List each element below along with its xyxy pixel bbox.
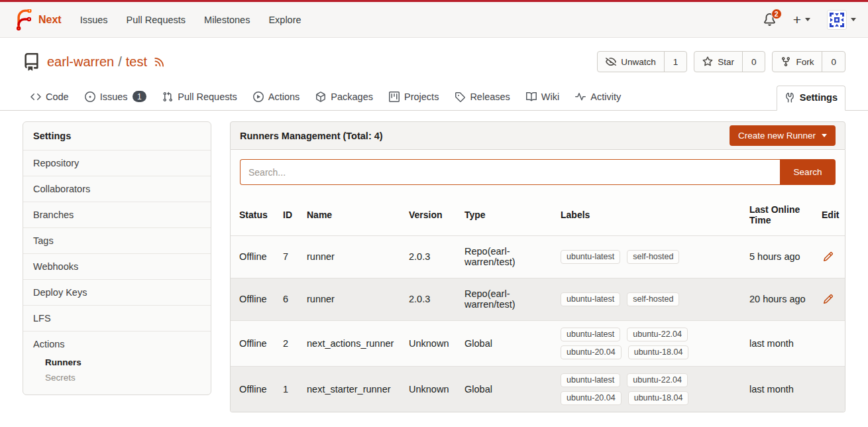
runner-label: ubuntu-18.04 xyxy=(628,345,689,359)
tab-projects[interactable]: Projects xyxy=(381,85,447,110)
tab-code[interactable]: Code xyxy=(23,85,77,110)
runner-id: 6 xyxy=(274,278,298,320)
rss-icon[interactable] xyxy=(154,56,166,68)
table-header-row: Status ID Name Version Type Labels Last … xyxy=(231,194,845,235)
fork-icon xyxy=(781,56,791,67)
star-button[interactable]: Star xyxy=(694,52,742,72)
notifications-button[interactable]: 2 xyxy=(763,13,776,26)
sidebar-item-actions[interactable]: Actions xyxy=(23,332,211,352)
edit-runner-button[interactable] xyxy=(822,292,835,306)
runner-name: next_starter_runner xyxy=(298,366,400,412)
runner-type: Repo(earl-warren/test) xyxy=(464,246,539,267)
nav-pull-requests[interactable]: Pull Requests xyxy=(117,8,195,32)
repo-owner-link[interactable]: earl-warren xyxy=(47,54,114,70)
star-label: Star xyxy=(718,57,734,67)
runner-name: runner xyxy=(298,278,400,320)
runner-last-online: last month xyxy=(741,320,813,366)
tab-label: Projects xyxy=(404,91,439,102)
fork-button-group: Fork 0 xyxy=(772,51,845,72)
edit-runner-button[interactable] xyxy=(822,250,835,263)
home-link[interactable]: Next xyxy=(12,9,62,30)
runner-version: Unknown xyxy=(400,320,456,366)
star-button-group: Star 0 xyxy=(694,51,765,72)
forks-count[interactable]: 0 xyxy=(822,52,845,72)
stars-count[interactable]: 0 xyxy=(742,52,765,72)
tag-icon xyxy=(455,91,465,102)
unwatch-button[interactable]: Unwatch xyxy=(598,52,664,72)
create-menu-button[interactable]: + xyxy=(793,13,810,27)
search-input[interactable] xyxy=(240,159,780,185)
sidebar-item-branches[interactable]: Branches xyxy=(23,202,211,228)
col-labels: Labels xyxy=(552,194,741,235)
runner-version: 2.0.3 xyxy=(400,235,456,278)
sidebar-subitem-secrets[interactable]: Secrets xyxy=(33,370,201,385)
sidebar-item-lfs[interactable]: LFS xyxy=(23,306,211,332)
tab-issues[interactable]: Issues 1 xyxy=(77,84,155,110)
sidebar-subitem-runners[interactable]: Runners xyxy=(33,355,201,370)
sidebar-item-tags[interactable]: Tags xyxy=(23,228,211,254)
tab-label: Pull Requests xyxy=(178,91,237,102)
table-row: Offline 7 runner 2.0.3 Repo(earl-warren/… xyxy=(231,235,845,278)
sidebar-item-webhooks[interactable]: Webhooks xyxy=(23,254,211,280)
runner-last-online: last month xyxy=(741,366,813,412)
tab-pull-requests[interactable]: Pull Requests xyxy=(154,85,244,110)
tab-releases[interactable]: Releases xyxy=(447,85,517,110)
tools-icon xyxy=(785,92,795,103)
user-menu-button[interactable] xyxy=(828,11,856,29)
tab-label: Issues xyxy=(100,91,128,102)
play-circle-icon xyxy=(253,91,264,102)
runner-last-online: 5 hours ago xyxy=(741,235,813,278)
caret-down-icon xyxy=(822,134,827,137)
create-runner-button[interactable]: Create new Runner xyxy=(730,125,836,146)
unwatch-label: Unwatch xyxy=(621,57,656,67)
tab-label: Activity xyxy=(590,91,621,102)
col-version: Version xyxy=(400,194,456,235)
runner-label: ubuntu-18.04 xyxy=(628,391,689,405)
repo-separator: / xyxy=(118,54,122,70)
runners-panel: Runners Management (Total: 4) Create new… xyxy=(230,121,845,412)
top-navbar: Next Issues Pull Requests Milestones Exp… xyxy=(0,0,868,38)
runner-label: ubuntu-22.04 xyxy=(627,328,688,341)
table-row: Offline 6 runner 2.0.3 Repo(earl-warren/… xyxy=(231,278,845,320)
sidebar-item-deploy-keys[interactable]: Deploy Keys xyxy=(23,280,211,306)
runner-status: Offline xyxy=(231,366,274,412)
repo-header: earl-warren / test Unwatch 1 Star xyxy=(0,38,868,80)
plus-icon: + xyxy=(793,13,801,27)
runner-label: ubuntu-latest xyxy=(561,292,620,306)
pulse-icon xyxy=(575,91,586,102)
repo-book-icon xyxy=(23,53,40,71)
col-id: ID xyxy=(274,194,298,235)
tab-packages[interactable]: Packages xyxy=(307,85,381,110)
tab-label: Releases xyxy=(470,91,510,102)
nav-issues[interactable]: Issues xyxy=(71,8,117,32)
repo-name-link[interactable]: test xyxy=(126,54,147,70)
col-name: Name xyxy=(298,194,400,235)
notification-count-badge: 2 xyxy=(771,9,782,19)
settings-sidebar: Settings Repository Collaborators Branch… xyxy=(23,121,211,395)
brand-name: Next xyxy=(38,14,62,26)
runner-label: self-hosted xyxy=(627,292,679,306)
table-row: Offline 1 next_starter_runner Unknown Gl… xyxy=(231,366,845,412)
tab-actions[interactable]: Actions xyxy=(245,85,308,110)
runner-label: ubuntu-latest xyxy=(561,250,620,264)
runner-name: runner xyxy=(298,235,400,278)
runner-type: Global xyxy=(464,384,539,395)
eye-slash-icon xyxy=(606,56,616,67)
col-edit: Edit xyxy=(813,194,845,235)
tab-activity[interactable]: Activity xyxy=(567,85,629,110)
tab-label: Settings xyxy=(800,92,838,103)
fork-button[interactable]: Fork xyxy=(773,52,822,72)
runners-table: Status ID Name Version Type Labels Last … xyxy=(231,194,845,412)
issues-count-badge: 1 xyxy=(133,91,147,102)
nav-milestones[interactable]: Milestones xyxy=(195,8,259,32)
runner-id: 2 xyxy=(274,320,298,366)
nav-explore[interactable]: Explore xyxy=(259,8,310,32)
sidebar-item-repository[interactable]: Repository xyxy=(23,151,211,176)
pencil-icon xyxy=(823,251,834,262)
sidebar-item-collaborators[interactable]: Collaborators xyxy=(23,176,211,202)
search-button[interactable]: Search xyxy=(780,159,836,185)
runner-label: self-hosted xyxy=(627,250,679,264)
tab-settings[interactable]: Settings xyxy=(777,86,845,111)
tab-wiki[interactable]: Wiki xyxy=(518,85,567,110)
watchers-count[interactable]: 1 xyxy=(664,52,687,72)
